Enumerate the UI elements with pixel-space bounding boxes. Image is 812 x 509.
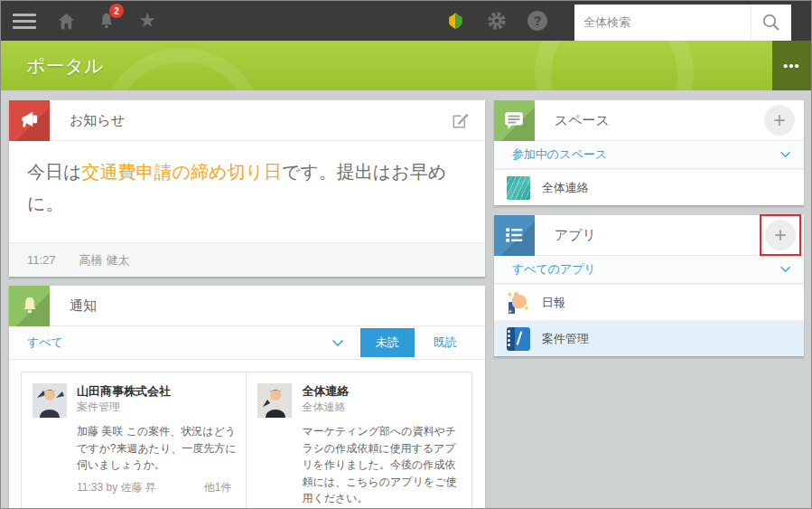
favorites-star-icon[interactable]: ★ (136, 10, 158, 32)
joined-spaces-link[interactable]: 参加中のスペース (512, 146, 607, 163)
card-title: 山田商事株式会社 (77, 383, 237, 400)
speech-bubble-icon (494, 100, 535, 141)
spaces-widget: スペース + 参加中のスペース 全体連絡 (494, 100, 804, 205)
space-label: 全体連絡 (542, 180, 589, 196)
page-title: ポータル (1, 41, 811, 90)
spaces-filter-row: 参加中のスペース (494, 141, 804, 169)
space-thumbnail (507, 176, 530, 200)
chevron-down-icon[interactable] (779, 151, 791, 158)
card-title: 全体連絡 (302, 383, 462, 400)
apps-filter-row: すべてのアプリ (494, 256, 804, 284)
announcement-widget: お知らせ 今日は交通費申請の締め切り日です。提出はお早めに。 11:27 高橋 … (9, 100, 485, 277)
portal-header: ポータル ••• (1, 41, 811, 90)
card-body: マーケティング部への資料やチラシの作成依頼に使用するアプリを作りました。今後の作… (302, 423, 462, 507)
read-tab[interactable]: 既読 (418, 328, 472, 357)
announcement-author: 高橋 健太 (79, 252, 130, 269)
space-item-zentai-renraku[interactable]: 全体連絡 (494, 169, 804, 205)
apps-widget: アプリ + すべてのアプリ ✦✦✦ 日報 (494, 215, 804, 356)
notifications-title: 通知 (70, 297, 97, 315)
search-button[interactable] (751, 5, 791, 41)
app-label: 日報 (542, 295, 565, 311)
card-extra-count: 他1件 (204, 480, 238, 495)
announcement-title: お知らせ (70, 112, 125, 129)
settings-gear-icon[interactable] (486, 10, 508, 32)
add-space-button[interactable]: + (764, 105, 795, 136)
app-label: 案件管理 (542, 331, 589, 347)
highlighted-text: 交通費申請の締め切り日 (81, 162, 281, 182)
card-subtitle: 案件管理 (77, 400, 237, 415)
avatar (33, 383, 67, 418)
announcement-footer: 11:27 高橋 健太 (9, 242, 485, 277)
kintone-portal-page: 2 ★ ? (0, 0, 812, 509)
top-bar: 2 ★ ? (1, 1, 811, 41)
red-highlight-annotation: + (760, 214, 801, 256)
beginner-guide-icon[interactable] (444, 10, 466, 32)
notifications-widget: 通知 すべて 未読 既読 山田商事株式会 (9, 286, 485, 509)
edit-announcement-icon[interactable] (450, 110, 471, 131)
app-list-icon (494, 215, 535, 256)
card-body: 加藤 美咲 この案件、状況はどうですか?来週あたり、一度先方に伺いましょうか。 (77, 423, 237, 474)
notifications-filter-row: すべて 未読 既読 (9, 326, 485, 360)
apps-title: アプリ (555, 227, 596, 244)
notification-card[interactable]: 全体連絡 全体連絡 マーケティング部への資料やチラシの作成依頼に使用するアプリを… (246, 372, 471, 509)
notification-badge: 2 (109, 4, 124, 18)
all-apps-link[interactable]: すべてのアプリ (512, 261, 596, 278)
app-icon-nippo: ✦✦✦ (507, 291, 530, 315)
chevron-down-icon[interactable] (331, 339, 344, 347)
help-icon[interactable]: ? (527, 11, 547, 31)
announcement-time: 11:27 (27, 253, 56, 267)
announcement-text: 今日は交通費申請の締め切り日です。提出はお早めに。 (9, 141, 485, 242)
global-search (574, 5, 791, 41)
search-input[interactable] (574, 5, 751, 41)
app-item-nippo[interactable]: ✦✦✦ 日報 (494, 284, 804, 320)
avatar (257, 383, 292, 418)
hamburger-menu-icon[interactable] (13, 14, 36, 29)
portal-more-button[interactable]: ••• (772, 41, 811, 90)
chevron-down-icon[interactable] (779, 266, 791, 273)
app-item-anken-kanri[interactable]: 案件管理 (494, 320, 804, 356)
unread-tab[interactable]: 未読 (360, 328, 415, 357)
portal-content: お知らせ 今日は交通費申請の締め切り日です。提出はお早めに。 11:27 高橋 … (1, 90, 811, 509)
filter-all-link[interactable]: すべて (27, 335, 63, 351)
spaces-title: スペース (555, 112, 610, 129)
card-subtitle: 全体連絡 (302, 400, 462, 415)
notification-card[interactable]: 山田商事株式会社 案件管理 加藤 美咲 この案件、状況はどうですか?来週あたり、… (21, 372, 247, 509)
add-app-button[interactable]: + (765, 220, 796, 250)
home-icon[interactable] (55, 10, 77, 32)
notifications-bell-icon[interactable]: 2 (96, 10, 117, 32)
app-icon-anken-kanri (507, 327, 530, 351)
card-time: 11:33 by 佐藤 昇 (77, 480, 156, 495)
megaphone-icon (9, 100, 50, 141)
bell-icon (9, 286, 50, 326)
notification-cards: 山田商事株式会社 案件管理 加藤 美咲 この案件、状況はどうですか?来週あたり、… (9, 360, 485, 509)
